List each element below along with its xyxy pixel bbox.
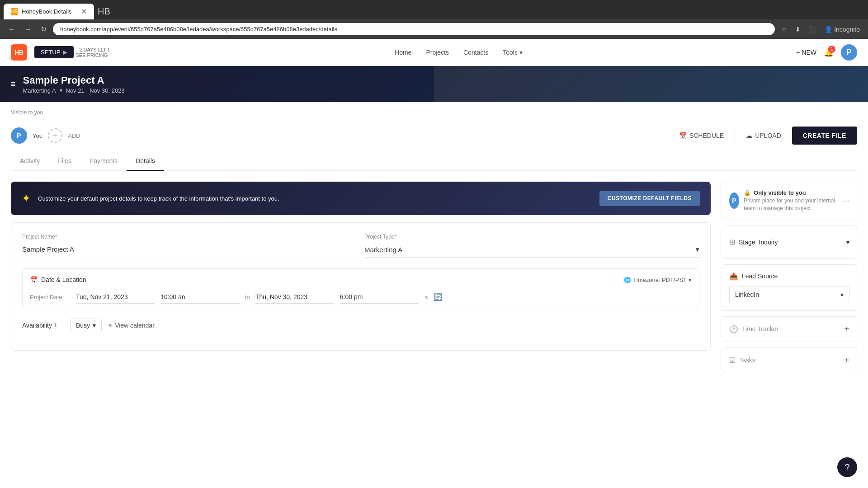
info-icon[interactable]: ℹ [55,322,57,328]
more-options-button[interactable]: ··· [843,196,849,206]
globe-icon: 🌐 [624,277,631,283]
left-panel: ✦ Customize your default project details… [11,182,711,379]
lead-source-select[interactable]: LinkedIn ▾ [729,286,849,303]
setup-info: 2 DAYS LEFT SEE PRICING [75,47,110,58]
customize-banner: ✦ Customize your default project details… [11,182,711,215]
add-task-button[interactable]: + [844,355,849,366]
vis-title: 🔒 Only visible to you [744,189,843,196]
nav-home[interactable]: Home [395,49,411,56]
divider [735,128,735,143]
availability-arrow: ▾ [93,322,96,329]
new-tab-button[interactable]: HB [94,5,114,19]
clock-icon: 🕐 [729,325,738,333]
timezone-label: Timezone: PDT/PST [633,277,687,283]
reload-button[interactable]: ↻ [38,23,49,35]
see-pricing-link[interactable]: SEE PRICING [75,52,110,58]
availability-select[interactable]: Busy ▾ [70,319,102,332]
bookmark-button[interactable]: ☆ [778,24,790,35]
view-calendar-link[interactable]: ⎋ View calendar [109,322,155,329]
extensions-button[interactable]: ⬛ [806,24,819,35]
visibility-header: P 🔒 Only visible to you Private place fo… [729,189,849,212]
end-time-input[interactable] [340,291,419,304]
days-left-text: 2 DAYS LEFT [79,47,110,52]
user-avatar-button[interactable]: P [841,44,857,61]
project-header-bg [434,66,868,102]
start-time-input[interactable] [160,291,240,304]
logo: HB [11,44,27,61]
active-tab[interactable]: HB HoneyBook Details ✕ [4,4,94,19]
upload-button[interactable]: ☁ UPLOAD [739,128,788,143]
calendar-icon: 📅 [30,276,38,283]
project-date-row: Project Date to × 🔄 [30,291,692,304]
notification-button[interactable]: 🔔 1 [824,47,834,57]
schedule-label: SCHEDULE [689,132,724,139]
forward-button[interactable]: → [22,23,34,35]
add-time-button[interactable]: + [844,324,849,334]
visibility-user: P 🔒 Only visible to you Private place fo… [729,189,843,212]
stage-label: Stage [739,239,755,246]
project-name-input[interactable] [22,242,357,257]
upload-label: UPLOAD [755,132,781,139]
project-type-value: Markerting A [364,246,402,253]
tab-title: HoneyBook Details [22,8,72,15]
address-bar[interactable] [53,23,775,35]
external-link-icon: ⎋ [109,322,112,328]
vis-info: 🔒 Only visible to you Private place for … [744,189,843,212]
project-date-label: Project Date [30,294,71,300]
availability-status: Busy [76,322,90,329]
availability-text: Availability [22,322,52,329]
user-avatar: P [11,127,27,144]
customize-default-fields-button[interactable]: CUSTOMIZE DEFAULT FIELDS [599,191,700,206]
banner-text: Customize your default project details t… [38,195,592,202]
tab-close-button[interactable]: ✕ [81,7,87,16]
nav-contacts[interactable]: Contacts [463,49,488,56]
project-type-select[interactable]: Markerting A ▾ [364,242,699,258]
tab-files[interactable]: Files [49,152,80,171]
timezone-selector[interactable]: 🌐 Timezone: PDT/PST ▾ [624,277,692,283]
to-text: to [245,294,250,300]
action-row: P You + ADD 📅 SCHEDULE ☁ UPLOAD CREATE F… [11,123,857,152]
stage-card: ⊞ Stage Inquiry ▾ [722,225,857,259]
stage-dropdown[interactable]: Inquiry ▾ [759,235,849,249]
top-nav: HB SETUP ▶ 2 DAYS LEFT SEE PRICING Home … [0,39,868,66]
client-dropdown-arrow[interactable]: ▾ [60,87,62,94]
schedule-icon: 📅 [679,132,687,139]
action-buttons: 📅 SCHEDULE ☁ UPLOAD CREATE FILE [672,127,857,145]
end-date-input[interactable] [255,291,335,304]
project-title-group: Sample Project A Markerting A ▾ Nov 21 -… [23,75,125,94]
browser-actions: ☆ ⬇ ⬛ 👤 Incognito [778,24,863,35]
project-name-label: Project Name* [22,234,357,240]
project-type-arrow: ▾ [696,245,699,253]
setup-button[interactable]: SETUP ▶ [34,46,74,58]
tab-details[interactable]: Details [127,152,164,171]
schedule-button[interactable]: 📅 SCHEDULE [672,128,731,143]
time-tracker-left: 🕐 Time Tracker [729,325,778,333]
back-button[interactable]: ← [5,23,18,35]
tab-payments[interactable]: Payments [80,152,127,171]
profile-button[interactable]: 👤 Incognito [822,24,863,35]
nav-tools: + NEW 🔔 1 P [796,44,857,61]
clear-time-button[interactable]: × [425,294,428,301]
upload-icon: ☁ [746,132,752,139]
time-tracker-header: 🕐 Time Tracker + [729,324,849,334]
tab-activity[interactable]: Activity [11,152,49,171]
stage-value: Inquiry [759,239,778,246]
download-button[interactable]: ⬇ [793,24,803,35]
start-date-input[interactable] [76,291,155,304]
date-location-section: 📅 Date & Location 🌐 Timezone: PDT/PST ▾ … [22,268,699,311]
nav-projects[interactable]: Projects [426,49,449,56]
stage-icon: ⊞ [729,238,735,246]
tasks-icon: ☑ [729,356,736,365]
availability-row: Availability ℹ Busy ▾ ⎋ View calendar [22,311,699,339]
new-button[interactable]: + NEW [796,49,816,56]
lock-icon: 🔒 [744,189,751,196]
browser-chrome: HB HoneyBook Details ✕ HB ← → ↻ ☆ ⬇ ⬛ 👤 … [0,0,868,39]
calendar-refresh-button[interactable]: 🔄 [434,293,443,301]
create-file-button[interactable]: CREATE FILE [792,127,857,145]
content-area: Visible to you P You + ADD 📅 SCHEDULE ☁ … [0,102,868,389]
nav-tools[interactable]: Tools ▾ [503,49,523,56]
add-user-button[interactable]: + [48,128,62,143]
project-type-label: Project Type* [364,234,699,240]
project-menu-icon[interactable]: ≡ [11,80,16,89]
help-button[interactable]: ? [837,457,857,477]
